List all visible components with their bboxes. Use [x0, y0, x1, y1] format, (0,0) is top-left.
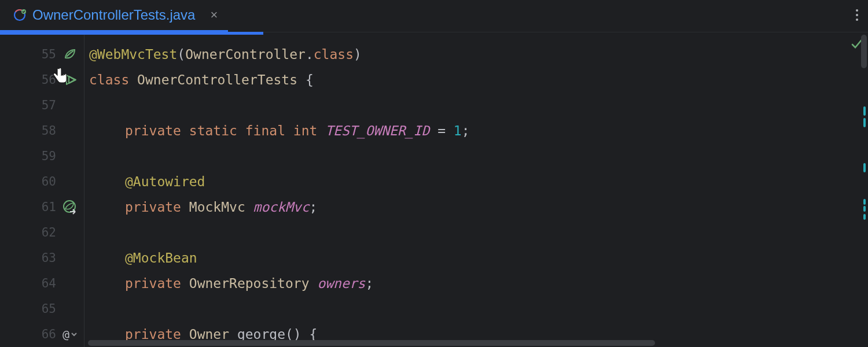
editor-tab-active[interactable]: OwnerControllerTests.java × [0, 0, 228, 30]
tab-filename: OwnerControllerTests.java [32, 7, 195, 23]
line-number: 55 [31, 47, 56, 61]
gutter-icon-placeholder [62, 224, 78, 241]
code-editor[interactable]: 55 56 57 58 59 [0, 32, 868, 347]
gutter-icon-placeholder [62, 123, 78, 139]
line-number: 57 [31, 98, 56, 112]
gutter-icon-placeholder [62, 301, 78, 317]
code-line[interactable]: @WebMvcTest(OwnerController.class) [89, 42, 362, 67]
line-number: 58 [31, 124, 56, 138]
horizontal-scrollbar[interactable] [84, 339, 855, 347]
line-number: 65 [31, 302, 56, 316]
vertical-scrollbar[interactable] [860, 35, 868, 347]
line-number: 66 [31, 327, 56, 341]
svg-point-3 [856, 9, 858, 12]
line-number: 60 [31, 175, 56, 189]
recursive-method-icon[interactable]: @ [62, 326, 78, 342]
spring-bean-navigate-icon[interactable] [62, 199, 78, 215]
code-line[interactable]: private MockMvc mockMvc; [125, 194, 317, 220]
line-number: 63 [31, 251, 56, 265]
run-test-icon[interactable] [62, 72, 78, 88]
gutter-icon-placeholder [62, 174, 78, 190]
gutter-icon-placeholder [62, 275, 78, 291]
code-line[interactable]: @Autowired [125, 169, 205, 194]
editor-gutter[interactable]: 55 56 57 58 59 [0, 32, 84, 347]
svg-point-4 [856, 14, 858, 16]
gutter-icon-placeholder [62, 97, 78, 113]
tab-close-icon[interactable]: × [210, 9, 218, 21]
line-number: 61 [31, 200, 56, 214]
horizontal-scrollbar-thumb[interactable] [88, 340, 655, 346]
gutter-icon-placeholder [62, 250, 78, 266]
svg-point-5 [856, 19, 858, 21]
line-number: 59 [31, 149, 56, 163]
tabbar-actions [855, 0, 868, 30]
code-line[interactable]: class OwnerControllerTests { [89, 67, 314, 93]
at-glyph: @ [62, 327, 69, 341]
line-number: 62 [31, 226, 56, 239]
line-number: 64 [31, 276, 56, 290]
vertical-scrollbar-thumb[interactable] [861, 35, 867, 68]
editor-tabbar: OwnerControllerTests.java × [0, 0, 868, 30]
analysis-progress-bar [0, 32, 263, 35]
code-line[interactable]: @MockBean [125, 245, 197, 271]
line-number: 56 [31, 73, 56, 87]
tab-options-icon[interactable] [855, 9, 859, 21]
java-test-file-icon [13, 8, 27, 22]
gutter-icon-placeholder [62, 148, 78, 164]
code-line[interactable]: private OwnerRepository owners; [125, 271, 373, 296]
code-content[interactable]: @WebMvcTest(OwnerController.class) class… [84, 32, 868, 347]
code-line[interactable]: private static final int TEST_OWNER_ID =… [125, 118, 470, 143]
spring-leaf-icon[interactable] [62, 46, 78, 62]
